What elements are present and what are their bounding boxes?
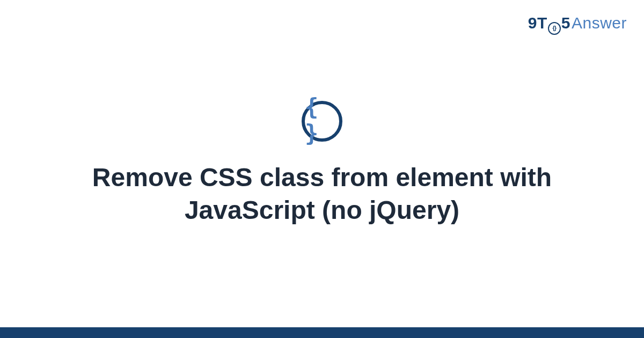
footer-accent-bar bbox=[0, 327, 644, 338]
category-badge-icon: { } bbox=[302, 101, 342, 142]
main-content: { } Remove CSS class from element with J… bbox=[0, 0, 644, 327]
page-title: Remove CSS class from element with JavaS… bbox=[38, 161, 606, 227]
code-braces-icon: { } bbox=[305, 94, 339, 146]
